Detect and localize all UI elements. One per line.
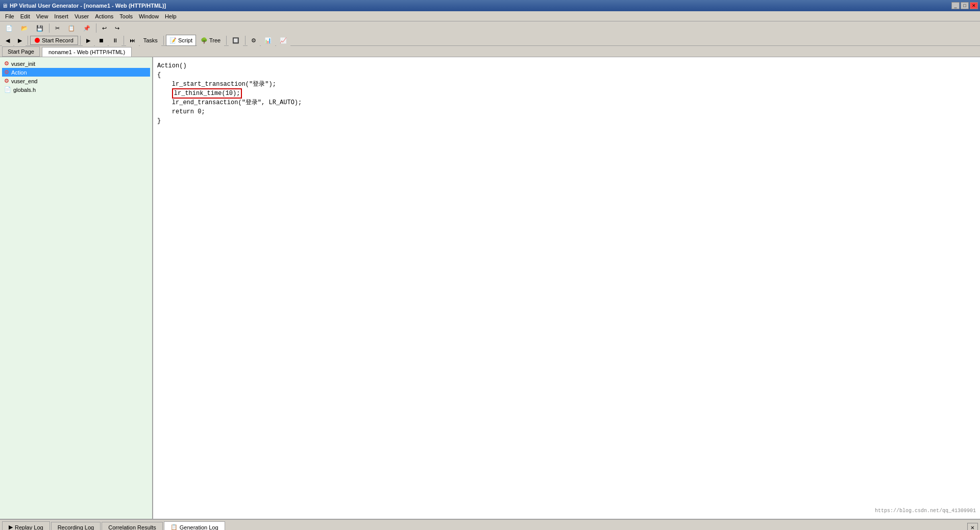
back-button[interactable]: ◀	[2, 35, 13, 46]
stop-button[interactable]: ⏹	[95, 35, 108, 46]
title-bar: 🖥 HP Virtual User Generator - [noname1 -…	[0, 0, 980, 11]
menu-view[interactable]: View	[33, 12, 52, 20]
copy-button[interactable]: 📋	[64, 22, 79, 34]
start-record-label: Start Record	[42, 37, 74, 43]
tasks-label: Tasks	[143, 37, 158, 43]
toolbar-row2: ◀ ▶ Start Record ▶ ⏹ ⏸ ⏭ Tasks 📝 Script …	[2, 35, 978, 46]
paste-icon: 📌	[83, 25, 90, 32]
back-icon: ◀	[6, 37, 10, 44]
title-bar-controls[interactable]: _ □ ✕	[951, 2, 978, 9]
code-line-8: lr_end_transaction("登录", LR_AUTO);	[157, 98, 976, 107]
code-editor[interactable]: Action() { lr_start_transaction("登录"); l…	[153, 57, 980, 519]
menu-help[interactable]: Help	[162, 12, 180, 20]
new-button[interactable]: 📄	[2, 22, 16, 34]
more1-icon: ⚙	[251, 37, 256, 44]
generation-log-label: Generation Log	[180, 524, 218, 531]
separator6	[163, 36, 164, 45]
tree-item-vuser-end[interactable]: ⚙ vuser_end	[2, 77, 150, 85]
correlation-results-tab[interactable]: Correlation Results	[102, 522, 163, 530]
generation-log-icon: 📋	[170, 524, 178, 530]
separator4	[80, 36, 81, 45]
more1-button[interactable]: ⚙	[248, 35, 260, 46]
cut-button[interactable]: ✂	[52, 22, 63, 34]
open-button[interactable]: 📂	[17, 22, 32, 34]
start-page-label: Start Page	[8, 49, 34, 55]
zoom-button[interactable]: 🔲	[229, 35, 243, 46]
active-doc-tab[interactable]: noname1 - Web (HTTP/HTML)	[42, 47, 132, 57]
paste-button[interactable]: 📌	[80, 22, 94, 34]
vuser-end-label: vuser_end	[11, 78, 37, 84]
tree-button[interactable]: 🌳 Tree	[197, 35, 224, 46]
action-label: Action	[11, 69, 27, 76]
pause-icon: ⏸	[112, 37, 118, 43]
menu-actions[interactable]: Actions	[92, 12, 116, 20]
stop-icon: ⏹	[99, 37, 104, 43]
close-button[interactable]: ✕	[970, 2, 978, 9]
menu-tools[interactable]: Tools	[116, 12, 136, 20]
recording-log-tab[interactable]: Recording Log	[51, 522, 101, 530]
separator7	[226, 36, 227, 45]
undo-icon: ↩	[102, 25, 107, 32]
app-icon: 🖥	[2, 3, 8, 9]
doc-tabs: Start Page noname1 - Web (HTTP/HTML)	[0, 46, 980, 57]
save-icon: 💾	[36, 25, 43, 32]
menu-file[interactable]: File	[2, 12, 17, 20]
generation-log-tab[interactable]: 📋 Generation Log	[164, 521, 225, 530]
script-icon: 📝	[169, 37, 177, 44]
replay-log-tab[interactable]: ▶ Replay Log	[2, 521, 50, 530]
bottom-tabs: ▶ Replay Log Recording Log Correlation R…	[0, 520, 980, 530]
cut-icon: ✂	[55, 25, 60, 32]
save-button[interactable]: 💾	[33, 22, 47, 34]
menu-vuser[interactable]: Vuser	[71, 12, 92, 20]
tree-item-globals[interactable]: 📄 globals.h	[2, 85, 150, 94]
copy-icon: 📋	[68, 25, 75, 32]
globals-label: globals.h	[13, 87, 36, 93]
pause-button[interactable]: ⏸	[109, 35, 121, 46]
start-record-button[interactable]: Start Record	[30, 36, 78, 45]
code-line-10: return 0;	[157, 107, 976, 116]
separator5	[124, 36, 124, 45]
more3-button[interactable]: 📈	[276, 35, 290, 46]
replay-log-icon: ▶	[9, 524, 13, 530]
vuser-end-icon: ⚙	[4, 78, 9, 84]
minimize-button[interactable]: _	[951, 2, 960, 9]
menu-insert[interactable]: Insert	[51, 12, 71, 20]
tree-item-vuser-init[interactable]: ⚙ vuser_init	[2, 59, 150, 68]
record-circle-icon	[35, 38, 40, 43]
tree-item-action[interactable]: ⚙ Action	[2, 68, 150, 77]
undo-button[interactable]: ↩	[99, 22, 110, 34]
restore-button[interactable]: □	[961, 2, 969, 9]
start-page-tab[interactable]: Start Page	[2, 46, 40, 57]
redo-icon: ↪	[115, 25, 119, 32]
bottom-close-button[interactable]: ✕	[967, 523, 978, 530]
redo-button[interactable]: ↪	[111, 22, 123, 34]
run-button[interactable]: ▶	[83, 35, 94, 46]
replay-log-label: Replay Log	[15, 524, 43, 531]
more2-button[interactable]: 📊	[261, 35, 275, 46]
open-icon: 📂	[21, 25, 28, 32]
code-line-4: lr_start_transaction("登录");	[157, 80, 976, 89]
separator2	[96, 23, 96, 33]
menu-bar: File Edit View Insert Vuser Actions Tool…	[0, 11, 980, 21]
script-button[interactable]: 📝 Script	[166, 35, 196, 46]
url-status-text: https://blog.csdn.net/qq_41309901	[875, 507, 976, 515]
script-label: Script	[178, 37, 192, 43]
toolbar: 📄 📂 💾 ✂ 📋 📌 ↩ ↪ ◀ ▶ Start Record ▶ ⏹ ⏸ ⏭…	[0, 21, 980, 46]
main-area: ⚙ vuser_init ⚙ Action ⚙ vuser_end 📄 glob…	[0, 57, 980, 519]
code-line-11: }	[157, 116, 976, 126]
menu-edit[interactable]: Edit	[17, 12, 33, 20]
tree-label: Tree	[209, 37, 220, 43]
forward-button[interactable]: ▶	[14, 35, 26, 46]
menu-window[interactable]: Window	[136, 12, 162, 20]
toolbar-row1: 📄 📂 💾 ✂ 📋 📌 ↩ ↪	[2, 22, 978, 34]
code-line-2: {	[157, 70, 976, 80]
more2-icon: 📊	[264, 37, 272, 44]
tasks-button[interactable]: Tasks	[140, 35, 161, 46]
correlation-results-label: Correlation Results	[108, 524, 156, 530]
zoom-icon: 🔲	[232, 37, 239, 44]
separator8	[245, 36, 246, 45]
left-panel: ⚙ vuser_init ⚙ Action ⚙ vuser_end 📄 glob…	[0, 57, 153, 519]
active-doc-label: noname1 - Web (HTTP/HTML)	[48, 49, 125, 55]
vuser-init-icon: ⚙	[4, 60, 9, 67]
step-button[interactable]: ⏭	[126, 35, 139, 46]
